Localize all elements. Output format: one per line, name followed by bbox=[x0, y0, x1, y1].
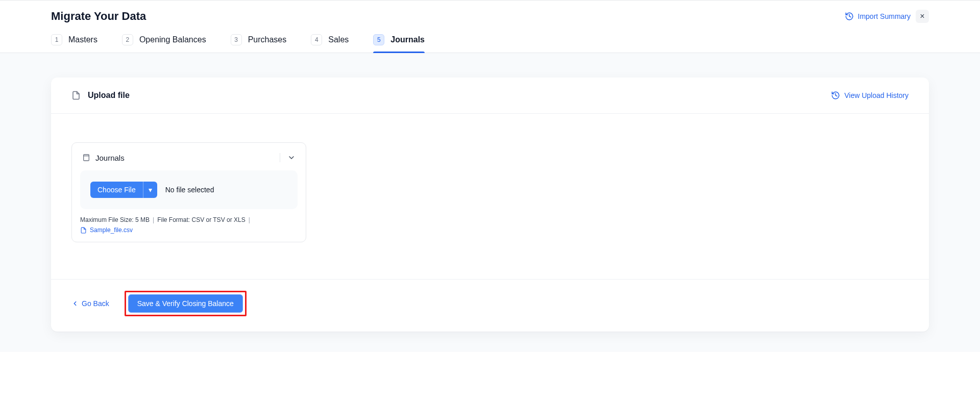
close-icon: × bbox=[920, 12, 924, 20]
file-dropzone: Choose File ▾ No file selected bbox=[80, 170, 298, 209]
file-format-hint: File Format: CSV or TSV or XLS bbox=[157, 216, 246, 223]
history-icon bbox=[831, 91, 840, 100]
file-icon bbox=[71, 91, 81, 100]
choose-file-caret[interactable]: ▾ bbox=[143, 182, 157, 198]
history-icon bbox=[845, 12, 854, 21]
save-verify-button[interactable]: Save & Verify Closing Balance bbox=[128, 294, 243, 313]
chevron-left-icon bbox=[71, 300, 79, 307]
max-size-hint: Maximum File Size: 5 MB bbox=[80, 216, 150, 223]
file-icon bbox=[80, 227, 87, 234]
page-title: Migrate Your Data bbox=[51, 10, 146, 23]
tab-number: 5 bbox=[373, 34, 384, 45]
book-icon bbox=[82, 154, 90, 162]
tab-opening-balances[interactable]: 2 Opening Balances bbox=[122, 34, 206, 53]
tab-sales[interactable]: 4 Sales bbox=[311, 34, 349, 53]
no-file-selected-text: No file selected bbox=[165, 186, 214, 194]
tab-journals[interactable]: 5 Journals bbox=[373, 34, 425, 53]
tab-masters[interactable]: 1 Masters bbox=[51, 34, 97, 53]
tab-label: Journals bbox=[390, 35, 425, 44]
tab-label: Masters bbox=[68, 35, 97, 44]
view-history-label: View Upload History bbox=[844, 91, 909, 99]
sample-file-link[interactable]: Sample_file.csv bbox=[80, 226, 133, 234]
file-hints: Maximum File Size: 5 MB | File Format: C… bbox=[80, 216, 298, 234]
tab-purchases[interactable]: 3 Purchases bbox=[231, 34, 287, 53]
tab-label: Purchases bbox=[248, 35, 287, 44]
tutorial-highlight: Save & Verify Closing Balance bbox=[125, 291, 247, 316]
tab-label: Opening Balances bbox=[139, 35, 206, 44]
close-button[interactable]: × bbox=[916, 10, 929, 23]
choose-file-button[interactable]: Choose File ▾ bbox=[90, 182, 157, 198]
divider: | bbox=[153, 216, 154, 223]
sample-file-label: Sample_file.csv bbox=[90, 226, 133, 234]
tab-number: 2 bbox=[122, 34, 133, 45]
tab-label: Sales bbox=[328, 35, 349, 44]
go-back-link[interactable]: Go Back bbox=[71, 299, 109, 308]
divider: | bbox=[249, 216, 250, 223]
expand-panel-toggle[interactable] bbox=[287, 154, 296, 162]
go-back-label: Go Back bbox=[82, 299, 109, 308]
tab-number: 3 bbox=[231, 34, 242, 45]
step-tabs: 1 Masters 2 Opening Balances 3 Purchases… bbox=[51, 34, 929, 53]
tab-number: 4 bbox=[311, 34, 322, 45]
divider bbox=[280, 153, 280, 162]
journals-panel: Journals Choo bbox=[71, 142, 306, 242]
choose-file-label: Choose File bbox=[90, 182, 143, 198]
panel-title: Journals bbox=[95, 154, 125, 162]
import-summary-label: Import Summary bbox=[858, 12, 911, 20]
import-summary-link[interactable]: Import Summary bbox=[845, 12, 911, 21]
view-upload-history-link[interactable]: View Upload History bbox=[831, 91, 909, 100]
caret-down-icon: ▾ bbox=[149, 186, 152, 194]
chevron-down-icon bbox=[287, 154, 296, 162]
svg-rect-0 bbox=[84, 155, 89, 161]
card-title: Upload file bbox=[88, 91, 130, 100]
tab-number: 1 bbox=[51, 34, 62, 45]
upload-card: Upload file View Upload History bbox=[51, 78, 929, 332]
